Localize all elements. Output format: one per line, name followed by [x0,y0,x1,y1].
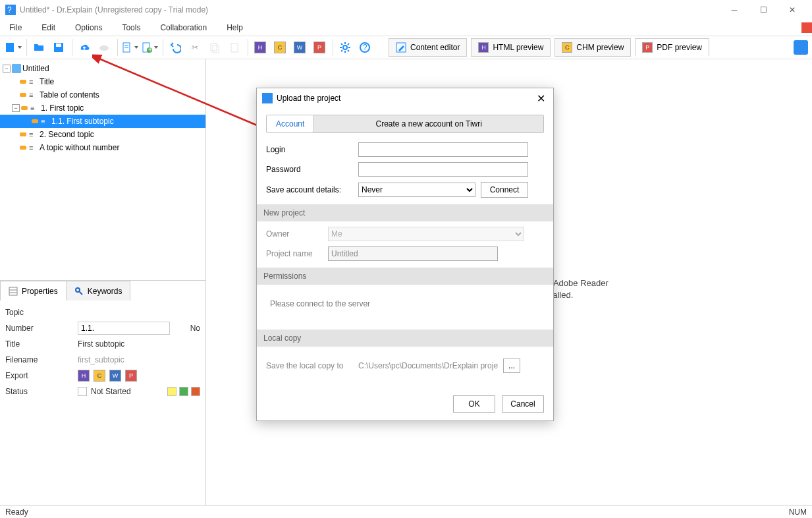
tab-html-preview[interactable]: HHTML preview [471,38,551,57]
maximize-button[interactable]: ☐ [749,1,778,19]
prop-title-label: Title [5,339,78,349]
svg-line-23 [79,291,82,295]
undo-button[interactable] [166,38,184,57]
tab-content-editor[interactable]: Content editor [389,38,467,57]
export-chm-button[interactable]: C [271,38,289,57]
minimize-button[interactable]: ─ [720,1,749,19]
export-word-button[interactable]: W [290,38,309,57]
key-icon [20,132,26,136]
project-tree[interactable]: − Untitled Title Table of contents −1. F… [0,59,205,281]
tab-content-editor-label: Content editor [410,43,460,52]
tab-properties[interactable]: Properties [0,281,67,301]
account-tabs: Account Create a new account on Tiwri [266,115,544,133]
tree-item-first-subtopic[interactable]: 1.1. First subtopic [0,115,205,128]
tree-item-label: 1. First topic [41,103,84,113]
svg-rect-14 [231,43,238,52]
prop-export-value[interactable]: HCWP [78,370,200,382]
tree-item-second-topic[interactable]: 2. Second topic [0,128,205,141]
close-indicator-icon [801,22,812,33]
tab-pdf-preview-label: PDF preview [657,43,702,52]
help-button[interactable]: ? [356,38,374,57]
create-account-link[interactable]: Create a new account on Tiwri [313,115,543,132]
owner-label: Owner [266,229,328,239]
svg-rect-2 [6,43,14,52]
export-pdf-button[interactable]: P [310,38,329,57]
export-html-button[interactable]: H [251,38,269,57]
prop-export-label: Export [5,371,78,380]
local-copy-label: Save the local copy to [266,361,358,370]
tree-item-title[interactable]: Title [0,75,205,88]
tab-chm-preview[interactable]: CCHM preview [555,38,631,57]
tree-item-label: Table of contents [40,90,99,100]
menu-options[interactable]: Options [70,21,107,34]
svg-rect-13 [213,45,219,53]
tree-item-toc[interactable]: Table of contents [0,88,205,101]
new-button[interactable] [4,38,22,57]
tab-html-preview-label: HTML preview [493,43,543,52]
cancel-button[interactable]: Cancel [502,395,544,413]
prop-number-input[interactable] [78,322,170,335]
browse-button[interactable]: ... [503,359,520,373]
svg-rect-12 [211,43,217,51]
project-name-label: Project name [266,249,328,258]
copy-button[interactable] [205,38,224,57]
cut-button[interactable]: ✂ [186,38,204,57]
menu-tools[interactable]: Tools [117,21,146,34]
menu-edit[interactable]: Edit [36,21,61,34]
page-icon [29,143,38,152]
section-local-copy: Local copy [257,330,553,347]
tree-item-label: Title [40,77,54,86]
save-button[interactable] [49,38,68,57]
password-input[interactable] [358,162,528,177]
paste-button[interactable] [225,38,244,57]
prop-number-mode[interactable]: No [190,324,200,333]
settings-button[interactable] [336,38,354,57]
tab-properties-label: Properties [22,287,58,296]
prop-status-label: Status [5,387,78,396]
tree-item-first-topic[interactable]: −1. First topic [0,101,205,115]
connect-button[interactable]: Connect [481,182,528,198]
login-label: Login [266,145,358,154]
page-add-button[interactable]: + [140,38,159,57]
tree-item-label: 1.1. First subtopic [51,117,114,126]
collapse-icon[interactable]: − [12,104,20,112]
prop-topic-label: Topic [5,308,78,317]
tree-item-no-number[interactable]: A topic without number [0,141,205,154]
feedback-button[interactable] [794,40,808,55]
upload-cloud-button[interactable] [75,38,94,57]
download-cloud-button[interactable] [95,38,113,57]
page-icon [29,90,38,100]
collapse-icon[interactable]: − [3,65,11,72]
section-permissions: Permissions [257,268,553,285]
menu-file[interactable]: File [4,21,27,34]
page-icon [30,103,40,113]
tab-pdf-preview[interactable]: PPDF preview [635,38,709,57]
prop-status-value[interactable]: Not Started [78,387,200,396]
tab-account[interactable]: Account [267,115,313,132]
prop-title-value[interactable]: First subtopic [78,339,200,349]
dialog-close-button[interactable]: ✕ [533,91,548,105]
dialog-titlebar: Upload the project ✕ [257,88,553,108]
menu-help[interactable]: Help [221,21,248,34]
close-button[interactable]: ✕ [778,1,807,19]
svg-text:+: + [148,45,153,53]
status-num: NUM [789,507,807,517]
svg-rect-4 [56,43,61,47]
open-button[interactable] [30,38,48,57]
prop-filename-value[interactable]: first_subtopic [78,355,200,364]
prop-status-text: Not Started [91,387,131,396]
page-icon [29,77,38,86]
status-bar: Ready NUM [0,505,812,518]
permissions-message: Please connect to the server [266,285,544,323]
save-details-label: Save account details: [266,185,358,194]
key-icon [32,119,38,123]
tab-keywords[interactable]: Keywords [66,281,131,301]
login-input[interactable] [358,142,528,157]
tree-root[interactable]: − Untitled [0,62,205,75]
ok-button[interactable]: OK [453,395,495,413]
tree-item-label: A topic without number [40,143,119,152]
page-icon [41,117,50,126]
page-button[interactable] [121,38,139,57]
menu-collaboration[interactable]: Collaboration [155,21,212,34]
save-details-select[interactable]: Never [358,183,475,197]
